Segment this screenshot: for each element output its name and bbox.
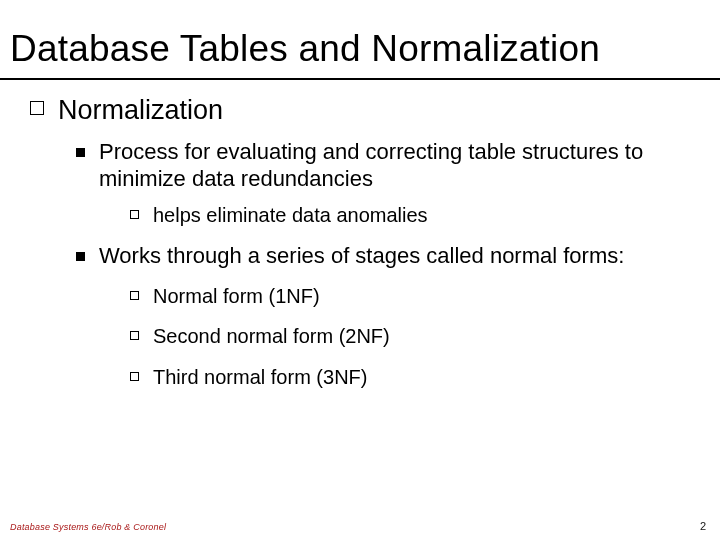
slide: Database Tables and Normalization Normal… <box>0 0 720 540</box>
slide-content: Normalization Process for evaluating and… <box>0 80 720 389</box>
page-number: 2 <box>700 520 706 532</box>
hollow-square-icon <box>30 101 44 115</box>
filled-square-icon <box>76 252 85 261</box>
slide-title: Database Tables and Normalization <box>0 0 720 78</box>
hollow-square-small-icon <box>130 372 139 381</box>
bullet-text: Works through a series of stages called … <box>99 243 624 270</box>
bullet-text: Normal form (1NF) <box>153 284 320 308</box>
hollow-square-small-icon <box>130 331 139 340</box>
bullet-level2: Process for evaluating and correcting ta… <box>76 139 690 193</box>
footer-source: Database Systems 6e/Rob & Coronel <box>10 522 166 532</box>
bullet-text: Second normal form (2NF) <box>153 324 390 348</box>
bullet-level3: Second normal form (2NF) <box>130 324 690 348</box>
filled-square-icon <box>76 148 85 157</box>
bullet-text: helps eliminate data anomalies <box>153 203 428 227</box>
bullet-level3: helps eliminate data anomalies <box>130 203 690 227</box>
hollow-square-small-icon <box>130 291 139 300</box>
bullet-level1: Normalization <box>30 94 690 127</box>
bullet-level2: Works through a series of stages called … <box>76 243 690 270</box>
bullet-level3: Normal form (1NF) <box>130 284 690 308</box>
bullet-text: Process for evaluating and correcting ta… <box>99 139 690 193</box>
bullet-level3: Third normal form (3NF) <box>130 365 690 389</box>
hollow-square-small-icon <box>130 210 139 219</box>
bullet-text: Third normal form (3NF) <box>153 365 367 389</box>
bullet-text: Normalization <box>58 94 223 127</box>
